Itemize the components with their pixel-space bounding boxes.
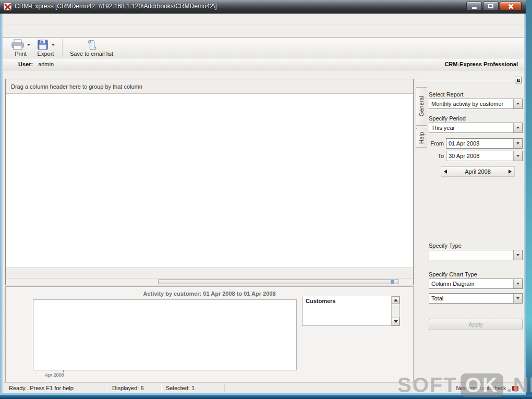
chevron-down-icon[interactable] [513, 99, 522, 108]
scrollbar-marker [391, 280, 394, 284]
status-autocheck: Next email autocheck [456, 385, 506, 391]
chart-total-dropdown[interactable]: Total [429, 293, 523, 304]
specify-period-dropdown[interactable]: This year [429, 123, 523, 133]
chart-total-value: Total [429, 294, 513, 303]
chevron-down-icon[interactable] [513, 250, 522, 260]
printer-icon [11, 39, 25, 51]
status-ready: Ready...Press F1 for help [9, 385, 74, 391]
export-button[interactable]: Export [33, 38, 58, 58]
print-dropdown-caret[interactable] [27, 44, 30, 46]
print-label: Print [15, 51, 27, 57]
user-value: admin [38, 61, 54, 67]
grid-totals-row [6, 268, 413, 278]
collapse-icon [517, 79, 520, 82]
user-bar: User: admin CRM-Express Professional [3, 58, 524, 70]
specify-period-value: This year [429, 123, 513, 132]
close-button[interactable] [500, 2, 522, 10]
chevron-down-icon[interactable] [513, 279, 522, 288]
maximize-icon [488, 4, 493, 8]
client-area: Print Export [3, 14, 524, 393]
floppy-disk-icon [37, 39, 49, 51]
status-displayed: Displayed: 6 [112, 385, 144, 391]
calendar-prev-button[interactable] [441, 170, 450, 174]
report-grid: Drag a column header here to group by th… [5, 79, 414, 285]
chart-y-axis [7, 299, 33, 370]
export-label: Export [38, 51, 54, 57]
desktop: CRM-Express [CRMDemo42: \\192.168.1.120\… [0, 0, 532, 399]
sidebar-collapse-button[interactable] [515, 77, 522, 83]
toolbar: Print Export [3, 38, 524, 58]
to-label: To [420, 153, 444, 159]
titlebar: CRM-Express [CRMDemo42: \\192.168.1.120\… [0, 0, 526, 14]
select-report-dropdown[interactable]: Monthly activity by customer [429, 99, 523, 109]
apply-button[interactable]: Apply [429, 319, 523, 330]
legend-scroll-up-button[interactable] [392, 296, 400, 304]
export-dropdown-caret[interactable] [52, 44, 55, 46]
x-axis-label: Apr 2008 [45, 372, 64, 378]
scroll-icon [86, 39, 98, 51]
save-to-email-list-button[interactable]: Save to email list [67, 38, 116, 58]
minimize-button[interactable] [466, 2, 482, 10]
desktop-edge [0, 395, 532, 399]
from-date-dropdown[interactable]: 01 Apr 2008 [446, 138, 523, 149]
arrow-down-icon [394, 320, 398, 323]
app-window: CRM-Express [CRMDemo42: \\192.168.1.120\… [0, 0, 526, 395]
group-by-bar[interactable]: Drag a column header here to group by th… [6, 79, 413, 94]
apply-label: Apply [468, 321, 483, 328]
to-date-value: 30 Apr 2008 [446, 151, 513, 161]
chart-type-dropdown[interactable]: Column Diagram [429, 279, 523, 289]
specify-type-value [429, 250, 513, 260]
menu-bar [3, 14, 524, 25]
print-button[interactable]: Print [8, 38, 33, 58]
chevron-down-icon[interactable] [513, 294, 522, 303]
calendar-next-button[interactable] [506, 170, 514, 174]
chevron-down-icon[interactable] [513, 151, 522, 161]
arrow-right-icon [509, 170, 512, 174]
specify-period-label: Specify Period [429, 115, 466, 122]
maximize-button[interactable] [483, 2, 499, 10]
status-selected: Selected: 1 [166, 385, 195, 391]
chevron-down-icon[interactable] [513, 139, 522, 148]
app-logo-icon [4, 3, 11, 10]
status-separator [161, 384, 161, 392]
window-border [524, 14, 526, 395]
specify-type-dropdown[interactable] [429, 250, 523, 260]
calendar-title[interactable]: April 2008 [450, 168, 506, 175]
from-date-value: 01 Apr 2008 [446, 139, 513, 148]
legend-title: Customers [306, 298, 335, 304]
specify-chart-type-label: Specify Chart Type [429, 271, 477, 277]
status-separator [224, 384, 225, 392]
status-bar: Ready...Press F1 for help Displayed: 6 S… [3, 382, 524, 393]
toolbar-separator [62, 39, 63, 56]
status-separator [107, 384, 107, 392]
grid-header-row [6, 94, 413, 103]
general-tab-label: General [418, 96, 425, 116]
edition-label: CRM-Express Professional [444, 61, 518, 67]
window-border [0, 393, 526, 395]
user-label: User: [18, 61, 33, 67]
report-options-sidebar: General Help Select Report Monthly activ… [416, 75, 524, 382]
sidebar-tab-general[interactable]: General [416, 87, 427, 126]
to-date-dropdown[interactable]: 30 Apr 2008 [446, 151, 523, 161]
chart-panel: Activity by customer: 01 Apr 2008 to 01 … [5, 286, 414, 382]
chevron-down-icon[interactable] [513, 123, 522, 132]
arrow-left-icon [444, 170, 447, 174]
window-title: CRM-Express [CRMDemo42: \\192.168.1.120\… [15, 0, 217, 14]
email-alert-icon[interactable] [512, 386, 518, 391]
sidebar-splitter[interactable] [418, 80, 513, 81]
from-label: From [420, 140, 444, 147]
tab-bar [3, 25, 524, 38]
legend-scroll-down-button[interactable] [392, 318, 400, 325]
minimize-icon [472, 7, 477, 9]
arrow-up-icon [394, 299, 398, 301]
scrollbar-thumb[interactable] [158, 279, 399, 284]
select-report-label: Select Report [429, 91, 464, 98]
chart-plot-area [33, 299, 297, 370]
window-controls [466, 2, 522, 10]
legend-scrollbar[interactable] [391, 296, 400, 325]
grid-empty-area [6, 103, 413, 268]
horizontal-scrollbar[interactable] [6, 278, 413, 285]
calendar-header: April 2008 [441, 167, 514, 176]
calendar: April 2008 [441, 166, 515, 177]
select-report-value: Monthly activity by customer [429, 99, 513, 108]
